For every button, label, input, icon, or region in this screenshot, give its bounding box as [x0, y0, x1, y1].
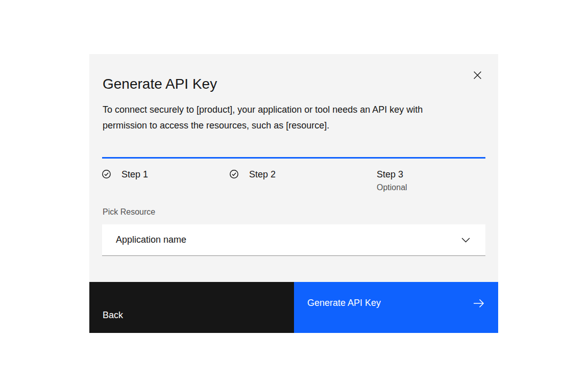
checkmark-outline-icon	[102, 170, 111, 178]
step-label: Step 1	[121, 169, 148, 179]
checkmark-outline-icon	[230, 170, 238, 178]
dropdown-label: Pick Resource	[103, 206, 155, 217]
dropdown-selected-value: Application name	[116, 235, 186, 245]
close-icon	[473, 71, 482, 80]
current-step-filled-circle-icon	[357, 170, 366, 178]
chevron-down-icon	[461, 238, 470, 243]
modal-description: To connect securely to [product], your a…	[103, 102, 469, 134]
progress-indicator: Step 1 Step 2	[102, 157, 485, 193]
arrow-right-icon	[473, 298, 485, 308]
progress-step-2[interactable]: Step 2	[230, 159, 357, 193]
modal-title: Generate API Key	[103, 74, 217, 94]
generate-api-key-button-label: Generate API Key	[307, 298, 381, 308]
generate-api-key-button[interactable]: Generate API Key	[294, 282, 498, 333]
resource-dropdown[interactable]: Application name	[102, 224, 485, 256]
back-button[interactable]: Back	[89, 282, 294, 333]
step-label: Step 3	[377, 169, 403, 179]
close-button[interactable]	[470, 67, 485, 83]
progress-step-3-current[interactable]: Step 3 Optional	[357, 159, 485, 193]
generate-api-key-modal: Generate API Key To connect securely to …	[89, 54, 498, 333]
progress-steps: Step 1 Step 2	[102, 159, 485, 193]
step-label: Step 2	[249, 169, 276, 179]
progress-step-1[interactable]: Step 1	[102, 159, 230, 193]
step-sublabel: Optional	[377, 182, 407, 193]
modal-footer: Back Generate API Key	[89, 282, 498, 333]
